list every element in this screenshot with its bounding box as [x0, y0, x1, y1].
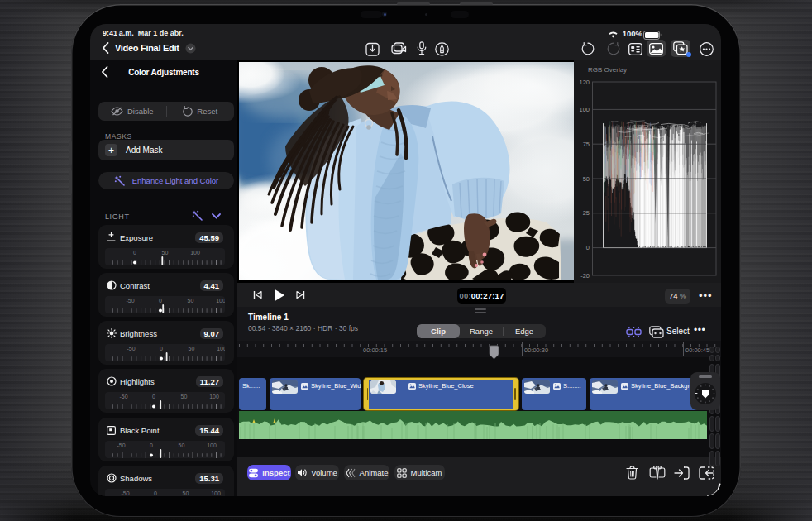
svg-text:100: 100 — [217, 346, 225, 351]
svg-text:50: 50 — [583, 175, 590, 183]
svg-text:100: 100 — [216, 298, 225, 304]
svg-text:-50: -50 — [126, 298, 134, 304]
svg-text:50: 50 — [181, 394, 188, 399]
svg-text:0: 0 — [154, 490, 157, 496]
svg-text:-50: -50 — [127, 346, 135, 351]
svg-text:-20: -20 — [580, 272, 590, 280]
svg-text:50: 50 — [188, 298, 194, 304]
svg-text:50: 50 — [179, 442, 185, 448]
svg-text:0: 0 — [150, 442, 153, 448]
svg-text:75: 75 — [583, 141, 590, 148]
svg-text:25: 25 — [583, 209, 590, 217]
svg-text:0: 0 — [152, 394, 155, 399]
svg-text:-50: -50 — [121, 490, 129, 496]
svg-text:-50: -50 — [117, 442, 125, 448]
svg-text:100: 100 — [211, 490, 221, 496]
svg-text:0: 0 — [159, 298, 162, 304]
svg-text:100: 100 — [190, 250, 200, 256]
svg-text:50: 50 — [189, 346, 195, 351]
svg-text:120: 120 — [579, 79, 590, 86]
svg-text:-50: -50 — [119, 394, 127, 399]
svg-text:0: 0 — [586, 244, 590, 251]
svg-text:50: 50 — [183, 490, 189, 496]
svg-text:0: 0 — [160, 346, 163, 351]
svg-text:50: 50 — [162, 250, 169, 256]
svg-text:100: 100 — [209, 394, 219, 399]
svg-text:100: 100 — [579, 106, 590, 113]
svg-text:RGB Overlay: RGB Overlay — [588, 66, 627, 74]
svg-text:100: 100 — [207, 442, 217, 448]
svg-text:0: 0 — [133, 250, 136, 256]
